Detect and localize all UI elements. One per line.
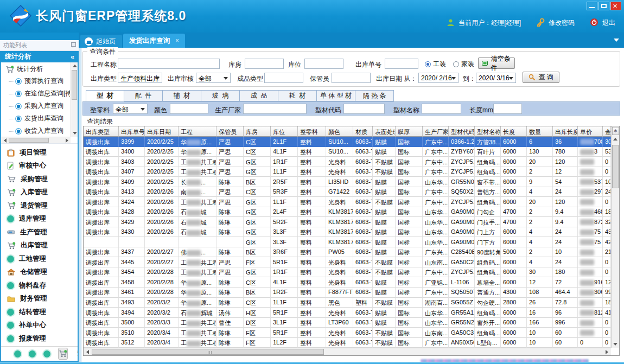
order-no-input[interactable] <box>385 59 418 69</box>
table-row[interactable]: 调拨出库35122020/3/4工共工程陈琳F区1L2F整料光身料6063-T5… <box>84 338 611 348</box>
tree-item[interactable]: 在途信息查询[待 <box>1 87 70 100</box>
material-tab-7[interactable]: 单 体 型 材 <box>317 90 355 101</box>
material-tab-3[interactable]: 辅 材 <box>163 90 201 101</box>
sidebar-item-入库管理[interactable]: 入库管理 <box>1 186 78 200</box>
table-row[interactable]: 调拨出库34302020/2/26石城陈琳G区3L3F整料KLM38176063… <box>84 227 611 238</box>
column-header[interactable]: 工程 <box>179 126 217 137</box>
pin-icon[interactable] <box>71 42 75 48</box>
sidebar-item-物料盘存[interactable]: 物料盘存 <box>1 279 78 292</box>
table-row[interactable]: 调拨出库34092020/2/25长...陈琳B区2R5F整料LI35HD606… <box>84 177 611 187</box>
table-row[interactable]: 调拨出库34542020/2/28工共工程严思G区1R1F整料光身料6063-T… <box>84 267 611 278</box>
table-row[interactable]: 调拨出库34372020/2/27佛...陈琳B区3R6F整料PW056063-… <box>84 247 611 258</box>
outbound-audit-select[interactable]: 全部 <box>196 73 231 83</box>
column-header[interactable]: 表面处理 <box>373 126 396 137</box>
grid-scroll-down-icon[interactable] <box>612 341 619 348</box>
scroll-up-icon[interactable] <box>71 62 78 69</box>
profile-name-input[interactable] <box>422 104 461 114</box>
tree-vertical-scrollbar[interactable] <box>71 62 78 137</box>
tab-home[interactable]: 起始页 <box>80 35 122 48</box>
table-row[interactable]: 调拨出库34612020/2/28华原...陈琳B区1R2F整料F8877FT6… <box>84 288 611 298</box>
column-header[interactable]: 数量 <box>527 126 553 137</box>
tree-item[interactable]: 发货出库查询 <box>1 112 70 125</box>
bottom-dot-button[interactable] <box>29 350 36 357</box>
grid-vscroll-thumb[interactable] <box>612 145 619 188</box>
minimize-button[interactable] <box>587 2 597 10</box>
column-header[interactable]: 出库日期 <box>145 126 179 137</box>
sidebar-item-出库管理[interactable]: 出库管理 <box>1 239 78 253</box>
column-header[interactable]: 颜色 <box>326 126 353 137</box>
table-row[interactable]: 调拨出库35002020/3/3工共工程曹佳D区3L1F整料LT3P606063… <box>84 318 611 328</box>
scroll-left-icon[interactable] <box>1 137 8 144</box>
column-header[interactable]: 出库长度 <box>553 126 578 137</box>
sidebar-item-仓储管理[interactable]: 仓储管理 <box>1 266 78 279</box>
sidebar-item-补单中心[interactable]: 补单中心 <box>1 319 78 333</box>
warehouse-input[interactable] <box>245 59 284 69</box>
table-row[interactable]: 调拨出库34132020/2/26南...严思C区5R3F整料G71422606… <box>84 187 611 197</box>
table-row[interactable]: 调拨出库34452020/2/27工共工程严思F区5R1F整料光身料6063-T… <box>84 257 611 267</box>
grid-vertical-scrollbar[interactable]: ∗ <box>611 126 619 348</box>
tabstrip-overflow-icon[interactable] <box>614 39 619 44</box>
keeper-input[interactable] <box>332 73 371 83</box>
radio-gongzhuang[interactable]: 工装 <box>425 60 446 69</box>
table-row[interactable]: 调拨出库34942020/3/2石辉城汤伟H区5R1F整料光身料6063-T5贴… <box>84 308 611 318</box>
length-input[interactable] <box>493 104 522 114</box>
column-header[interactable]: 出库类型 <box>84 126 119 137</box>
grid-scroll-left-icon[interactable] <box>84 348 91 355</box>
material-tab-5[interactable]: 成 品 <box>240 90 278 101</box>
statistics-section-bar[interactable]: 统计分析 « <box>0 51 79 62</box>
column-header[interactable]: 单价 <box>578 126 603 137</box>
table-row[interactable]: 调拨出库34242020/2/26工共工程严思G区1L1F整料光身料6063-T… <box>84 197 611 207</box>
sidebar-item-退货管理[interactable]: 退货管理 <box>1 199 78 213</box>
sidebar-item-项目管理[interactable]: 项目管理 <box>1 146 78 159</box>
column-header[interactable]: 金 <box>603 126 611 137</box>
tree-item[interactable]: 采购入库查询 <box>1 100 70 112</box>
column-header[interactable]: 生产厂家 <box>423 126 449 137</box>
sidebar-item-结转管理[interactable]: 结转管理 <box>1 305 78 319</box>
sidebar-item-审核中心[interactable]: 审核中心 <box>1 159 78 173</box>
grid-horizontal-scrollbar[interactable] <box>84 348 611 355</box>
radio-jiazhuang[interactable]: 家装 <box>453 60 474 69</box>
column-header[interactable]: 材质 <box>353 126 373 137</box>
table-row[interactable]: 调拨出库34932020/3/2华原...陈琳C区1L1F整料黑色塑料不贴膜国标… <box>84 298 611 308</box>
project-name-input[interactable] <box>118 59 220 69</box>
table-row[interactable]: 调拨出库34072020/2/25工共工程严思G区1L1F整料光身料6063-T… <box>84 167 611 177</box>
tree-horizontal-scrollbar[interactable] <box>1 137 71 143</box>
table-row[interactable]: 调拨出库34032020/2/25工共工程严思G区1R1F整料光身料6063-T… <box>84 157 611 167</box>
tree-root-statistics[interactable]: 统计分析 <box>1 63 70 75</box>
column-header[interactable]: 出库单号 <box>119 126 145 137</box>
color-input[interactable] <box>170 104 208 114</box>
scroll-right-icon[interactable] <box>63 137 71 144</box>
column-header[interactable]: 长度 <box>501 126 527 137</box>
grid-hscroll-thumb[interactable] <box>92 349 324 355</box>
grid-scroll-right-icon[interactable] <box>603 348 611 355</box>
outbound-type-select[interactable]: 生产领料出库 <box>118 73 162 83</box>
column-header[interactable]: 型材代码 <box>449 126 475 137</box>
grid-scroll-up-icon[interactable] <box>612 136 619 142</box>
material-tab-6[interactable]: 耗 材 <box>278 90 317 101</box>
column-header[interactable]: 型材名称 <box>475 126 501 137</box>
tab-close-icon[interactable]: × <box>175 37 179 44</box>
sidebar-item-生产管理[interactable]: 生产管理 <box>1 226 78 239</box>
column-header[interactable]: 库位 <box>271 126 298 137</box>
close-button[interactable]: ✕ <box>610 2 621 10</box>
date-to-select[interactable]: 2020/ 3/16 <box>476 73 516 83</box>
product-type-input[interactable] <box>264 73 303 83</box>
bottom-dot-button[interactable] <box>14 350 21 357</box>
sidebar-item-退库管理[interactable]: 退库管理 <box>1 213 78 226</box>
change-password-link[interactable]: 修改密码 <box>549 18 575 28</box>
bottom-dot-button[interactable] <box>43 350 50 357</box>
date-from-select[interactable]: 2020/ 2/16 <box>418 73 459 83</box>
table-row[interactable]: 调拨出库34292020/2/26石城陈琳G区5R2F整料KLM38176063… <box>84 217 611 227</box>
column-header[interactable]: 库房 <box>244 126 271 137</box>
bottom-cart-button[interactable] <box>58 348 68 360</box>
clear-conditions-button[interactable]: 清空条件 <box>478 58 515 69</box>
zhengling-select[interactable]: 全部 <box>113 104 148 114</box>
table-row[interactable]: 调拨出库34582020/2/28华原...陈琳C区4L1F整料光身料6063-… <box>84 277 611 288</box>
profile-code-input[interactable] <box>343 104 385 114</box>
sidebar-item-财务管理[interactable]: 财务管理 <box>1 292 78 306</box>
tree-hscroll-thumb[interactable] <box>9 138 49 143</box>
tree-vscroll-thumb[interactable] <box>72 70 77 100</box>
maximize-button[interactable] <box>598 2 609 10</box>
tree-item[interactable]: 预算执行查询 <box>1 75 70 87</box>
logout-link[interactable]: 退出 <box>602 18 615 28</box>
